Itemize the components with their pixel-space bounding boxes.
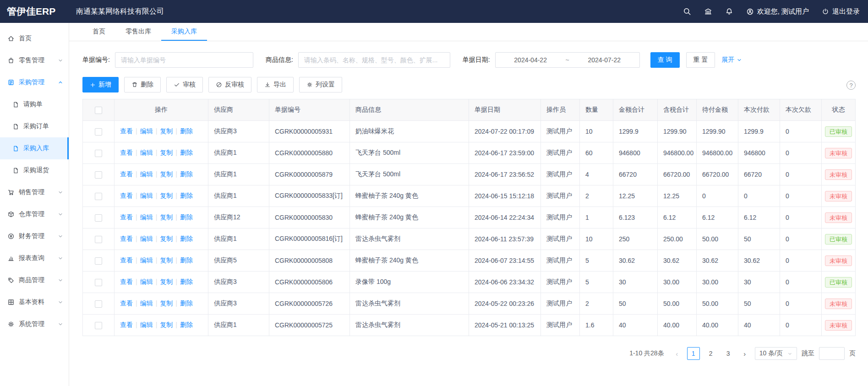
- sidebar-subitem-purchase-order[interactable]: 采购订单: [0, 115, 69, 137]
- doc-no-input[interactable]: [115, 52, 253, 68]
- edit-link[interactable]: 编辑: [140, 235, 153, 242]
- sidebar-item-purchase[interactable]: 采购管理: [0, 71, 69, 93]
- copy-link[interactable]: 复制: [160, 170, 173, 178]
- date-range-picker[interactable]: 2024-04-22 ~ 2024-07-22: [495, 52, 640, 68]
- edit-link[interactable]: 编辑: [140, 256, 153, 264]
- date-to-value[interactable]: 2024-07-22: [588, 56, 621, 64]
- sidebar-item-home[interactable]: 首页: [0, 27, 69, 49]
- bell-icon[interactable]: [725, 7, 733, 16]
- edit-link[interactable]: 编辑: [140, 127, 153, 135]
- column-settings-button[interactable]: 列设置: [299, 77, 342, 92]
- edit-link[interactable]: 编辑: [140, 192, 153, 199]
- view-link[interactable]: 查看: [120, 299, 133, 307]
- row-checkbox[interactable]: [95, 322, 102, 329]
- unaudit-button[interactable]: 反审核: [208, 77, 251, 92]
- audit-button[interactable]: 审核: [166, 77, 203, 92]
- row-checkbox[interactable]: [95, 171, 102, 179]
- sidebar-item-retail[interactable]: 零售管理: [0, 49, 69, 71]
- sidebar-item-finance[interactable]: 财务管理: [0, 225, 69, 247]
- copy-link[interactable]: 复制: [160, 321, 173, 328]
- delete-link[interactable]: 删除: [180, 127, 193, 135]
- copy-link[interactable]: 复制: [160, 127, 173, 135]
- sidebar-item-basedata[interactable]: 基本资料: [0, 291, 69, 313]
- next-page-button[interactable]: ›: [739, 347, 750, 360]
- delete-link[interactable]: 删除: [180, 299, 193, 307]
- edit-link[interactable]: 编辑: [140, 278, 153, 285]
- view-link[interactable]: 查看: [120, 149, 133, 156]
- edit-link[interactable]: 编辑: [140, 321, 153, 328]
- delete-link[interactable]: 删除: [180, 170, 193, 178]
- delete-link[interactable]: 删除: [180, 321, 193, 328]
- tab-home[interactable]: 首页: [82, 23, 115, 41]
- copy-link[interactable]: 复制: [160, 256, 173, 264]
- delete-link[interactable]: 删除: [180, 213, 193, 221]
- sidebar-item-warehouse[interactable]: 仓库管理: [0, 203, 69, 225]
- help-icon[interactable]: ?: [846, 81, 856, 90]
- delete-link[interactable]: 删除: [180, 149, 193, 156]
- link-separator: |: [136, 127, 137, 135]
- copy-link[interactable]: 复制: [160, 299, 173, 307]
- row-checkbox[interactable]: [95, 214, 102, 222]
- export-button[interactable]: 导出: [257, 77, 294, 92]
- prev-page-button[interactable]: ‹: [671, 347, 682, 360]
- sidebar-subitem-requisition[interactable]: 请购单: [0, 93, 69, 115]
- copy-link[interactable]: 复制: [160, 192, 173, 199]
- edit-link[interactable]: 编辑: [140, 170, 153, 178]
- page-button-3[interactable]: 3: [722, 347, 735, 360]
- sidebar-item-sales[interactable]: 销售管理: [0, 181, 69, 203]
- edit-link[interactable]: 编辑: [140, 213, 153, 221]
- date-cell: 2024-06-15 15:12:18: [469, 185, 541, 207]
- search-icon[interactable]: [683, 7, 691, 16]
- view-link[interactable]: 查看: [120, 235, 133, 242]
- row-checkbox[interactable]: [95, 128, 102, 136]
- delete-link[interactable]: 删除: [180, 256, 193, 264]
- sidebar-item-system[interactable]: 系统管理: [0, 313, 69, 335]
- tax-amount-cell: 12.25: [658, 185, 697, 207]
- select-all-checkbox[interactable]: [95, 107, 102, 114]
- reset-button[interactable]: 重 置: [686, 52, 715, 68]
- product-info-input[interactable]: [298, 52, 450, 68]
- sidebar-item-goods[interactable]: 商品管理: [0, 269, 69, 291]
- date-from-value[interactable]: 2024-04-22: [514, 56, 547, 64]
- view-link[interactable]: 查看: [120, 321, 133, 328]
- expand-button[interactable]: 展开: [721, 56, 742, 64]
- copy-link[interactable]: 复制: [160, 213, 173, 221]
- row-checkbox[interactable]: [95, 150, 102, 157]
- view-link[interactable]: 查看: [120, 213, 133, 221]
- copy-link[interactable]: 复制: [160, 278, 173, 285]
- add-button[interactable]: 新增: [82, 77, 119, 92]
- jump-page-input[interactable]: [819, 347, 845, 360]
- view-link[interactable]: 查看: [120, 256, 133, 264]
- search-button[interactable]: 查 询: [650, 52, 680, 68]
- row-checkbox[interactable]: [95, 279, 102, 286]
- delete-link[interactable]: 删除: [180, 192, 193, 199]
- view-link[interactable]: 查看: [120, 278, 133, 285]
- copy-link[interactable]: 复制: [160, 149, 173, 156]
- delete-button[interactable]: 删除: [124, 77, 161, 92]
- row-checkbox[interactable]: [95, 193, 102, 200]
- sidebar-item-reports[interactable]: 报表查询: [0, 247, 69, 269]
- page-button-1[interactable]: 1: [687, 347, 700, 360]
- logout-button[interactable]: 退出登录: [822, 7, 860, 16]
- tax-amount-cell: 1299.90: [658, 121, 697, 142]
- delete-link[interactable]: 删除: [180, 235, 193, 242]
- row-checkbox[interactable]: [95, 257, 102, 265]
- bank-icon[interactable]: [704, 7, 712, 16]
- sidebar-subitem-purchase-return[interactable]: 采购退货: [0, 159, 69, 181]
- edit-link[interactable]: 编辑: [140, 149, 153, 156]
- row-checkbox[interactable]: [95, 236, 102, 243]
- user-menu[interactable]: 欢迎您, 测试用户: [746, 7, 809, 16]
- tab-purchase-inbound[interactable]: 采购入库: [161, 23, 207, 41]
- delete-link[interactable]: 删除: [180, 278, 193, 285]
- view-link[interactable]: 查看: [120, 192, 133, 199]
- sidebar-subitem-purchase-inbound[interactable]: 采购入库: [0, 137, 69, 159]
- tab-retail-outbound[interactable]: 零售出库: [115, 23, 161, 41]
- page-button-2[interactable]: 2: [704, 347, 717, 360]
- coin-icon: [7, 233, 15, 240]
- copy-link[interactable]: 复制: [160, 235, 173, 242]
- view-link[interactable]: 查看: [120, 127, 133, 135]
- view-link[interactable]: 查看: [120, 170, 133, 178]
- edit-link[interactable]: 编辑: [140, 299, 153, 307]
- page-size-select[interactable]: 10 条/页: [755, 347, 797, 360]
- row-checkbox[interactable]: [95, 300, 102, 308]
